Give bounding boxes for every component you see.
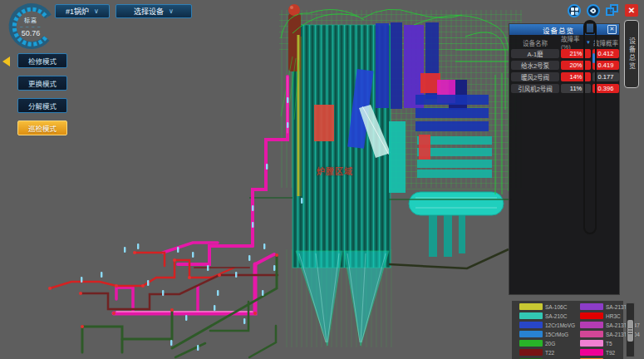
- legend-swatch: [519, 340, 543, 347]
- layers-icon[interactable]: [606, 4, 620, 17]
- legend-item: 12Cr1MoVG: [519, 322, 575, 328]
- elevation-gauge: 标高 ‒ ‒ ‒ ‒ 50.76: [3, 2, 58, 52]
- legend-label: SA-106C: [545, 304, 567, 310]
- legend-label: T92: [606, 350, 615, 356]
- device-name-cell: A-1磨: [511, 49, 559, 58]
- legend-item: 20G: [519, 340, 575, 347]
- legend-label: SA-210C: [545, 313, 567, 319]
- piping-network: [50, 76, 288, 357]
- legend-swatch: [580, 322, 603, 328]
- legend-swatch: [519, 322, 543, 328]
- tab-device-overview[interactable]: 设备总览: [624, 20, 639, 88]
- legend-swatch: [580, 303, 603, 310]
- view-zoom-slider-thumb[interactable]: [585, 22, 595, 34]
- legend-swatch: [580, 349, 603, 356]
- chevron-down-icon: ∨: [169, 7, 174, 15]
- table-row[interactable]: A-1磨 21% 0.412: [511, 49, 619, 58]
- legend-swatch: [519, 303, 543, 310]
- close-view-button[interactable]: ✕: [625, 4, 638, 17]
- legend-label: T22: [545, 350, 554, 356]
- joint-markers: [48, 251, 278, 328]
- gauge-label: 标高: [3, 16, 58, 24]
- mode-button-replace[interactable]: 更换模式: [17, 76, 67, 91]
- legend-label: 12Cr1MoVG: [545, 322, 575, 328]
- legend-swatch: [519, 312, 543, 319]
- legend-swatch: [580, 340, 603, 347]
- boiler-select-dropdown[interactable]: #1锅炉 ∨: [55, 4, 110, 18]
- panel-close-button[interactable]: ✕: [607, 25, 617, 34]
- collapse-panel-arrow-icon[interactable]: [2, 57, 10, 66]
- legend-item: SA-210C: [519, 312, 575, 319]
- legend-swatch: [580, 312, 603, 319]
- table-row[interactable]: 引风机2号阀 11% 0.396: [511, 84, 619, 93]
- dashboard-grid-glyph: [571, 7, 578, 15]
- gauge-value: 50.76: [3, 29, 58, 37]
- legend-item: 15CrMoG: [519, 331, 575, 337]
- view-zoom-slider-mark: [592, 53, 595, 63]
- legend-scrollbar[interactable]: [626, 302, 635, 357]
- material-legend: SA-106C SA-210C 12Cr1MoVG 15CrMoG 20G T2…: [512, 301, 623, 359]
- furnace-region-label: 炉膛区域: [317, 165, 353, 177]
- legend-scrollbar-thumb[interactable]: [627, 320, 633, 342]
- device-select-dropdown[interactable]: 选择设备 ∨: [116, 4, 192, 18]
- legend-label: 20G: [545, 341, 555, 347]
- device-name-cell: 给水2号泵: [511, 61, 559, 70]
- column-header-device-name: 设备名称: [511, 37, 559, 47]
- legend-label: HR3C: [606, 313, 621, 319]
- device-name-cell: 暖风2号阀: [511, 72, 559, 81]
- device-overview-panel: 设备总览 ✕ 设备名称 故障率(%) ▼ 故障概率 A-1磨 21% 0.412…: [509, 23, 620, 295]
- legend-label: T5: [606, 341, 612, 347]
- mode-button-overhaul[interactable]: 检修模式: [17, 53, 67, 68]
- legend-swatch: [580, 331, 603, 337]
- device-select-value: 选择设备: [134, 6, 164, 17]
- legend-swatch: [519, 331, 543, 337]
- legend-column-left: SA-106C SA-210C 12Cr1MoVG 15CrMoG 20G T2…: [519, 303, 575, 359]
- view-zoom-slider[interactable]: [583, 20, 597, 234]
- table-row[interactable]: 给水2号泵 20% 0.419: [511, 61, 619, 70]
- mode-button-patrol[interactable]: 巡检模式: [17, 120, 67, 135]
- device-table: A-1磨 21% 0.412 给水2号泵 20% 0.419 暖风2号阀 14%…: [511, 49, 619, 93]
- boiler-select-value: #1锅炉: [66, 6, 89, 17]
- drop-mode-icon[interactable]: [587, 4, 600, 17]
- table-header: 设备名称 故障率(%) ▼ 故障概率: [511, 37, 619, 47]
- chevron-down-icon: ∨: [94, 7, 99, 15]
- droplet-glyph: [590, 7, 597, 14]
- device-name-cell: 引风机2号阀: [511, 84, 559, 93]
- legend-item: SA-106C: [519, 303, 575, 310]
- layer-front-glyph: [606, 7, 614, 16]
- dashboard-icon[interactable]: [568, 4, 581, 17]
- legend-swatch: [519, 349, 543, 356]
- legend-item: T22: [519, 349, 575, 356]
- legend-label: 15CrMoG: [545, 332, 568, 337]
- table-row[interactable]: 暖风2号阀 14% 0.177: [511, 72, 619, 81]
- mode-button-explode[interactable]: 分解模式: [17, 98, 67, 113]
